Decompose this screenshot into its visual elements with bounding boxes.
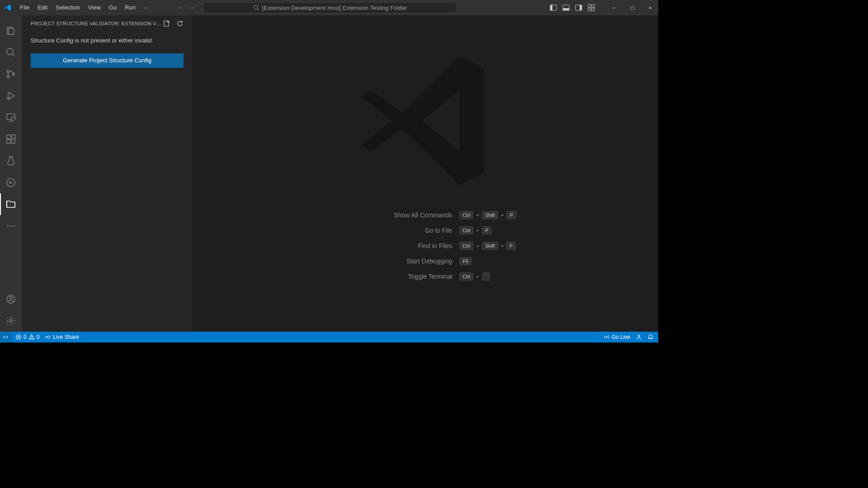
status-live-share[interactable]: Live Share (45, 334, 79, 340)
warning-count: 0 (37, 334, 40, 340)
customize-layout-icon[interactable] (588, 4, 595, 11)
keyboard-key: Shift (482, 211, 498, 219)
search-text: [Extension Development Host] Extension T… (262, 5, 407, 11)
shortcut-keys: Ctrl+Shift+P (459, 211, 516, 219)
plus-separator: + (501, 212, 504, 218)
keyboard-key: P (482, 226, 491, 235)
main-area: PROJECT STRUCTURE VALIDATOR: EXTENSION V… (0, 15, 658, 332)
titlebar-right: ─ ▢ ✕ (550, 4, 654, 11)
svg-point-39 (31, 338, 32, 338)
menu-view[interactable]: View (85, 0, 104, 15)
shortcut-keys: F5 (459, 257, 472, 265)
layout-controls (550, 4, 595, 11)
shortcut-row: Toggle TerminalCtrl+` (335, 272, 516, 281)
maximize-icon[interactable]: ▢ (628, 5, 636, 10)
menu-go[interactable]: Go (105, 0, 120, 15)
status-go-live[interactable]: Go Live (604, 334, 630, 340)
person-icon (636, 334, 642, 340)
svg-line-1 (257, 9, 259, 10)
status-left: 0 0 Live Share (15, 334, 79, 340)
live-share-label: Live Share (53, 334, 79, 340)
shortcut-label: Toggle Terminal (335, 273, 452, 280)
menu-file[interactable]: File (16, 0, 33, 15)
svg-rect-24 (12, 135, 15, 138)
shortcut-label: Find in Files (335, 242, 452, 249)
keyboard-key: Ctrl (459, 242, 473, 250)
new-file-icon[interactable] (163, 20, 170, 27)
generate-config-button[interactable]: Generate Project Structure Config (31, 53, 184, 68)
activity-more-icon[interactable] (0, 215, 22, 237)
activity-search-icon[interactable] (0, 42, 22, 63)
activity-bar (0, 15, 22, 332)
plus-separator: + (476, 228, 479, 233)
activity-project-validator-icon[interactable] (0, 193, 22, 215)
status-feedback[interactable] (636, 334, 642, 340)
shortcut-row: Show All CommandsCtrl+Shift+P (335, 211, 516, 219)
plus-separator: + (501, 243, 504, 249)
status-right: Go Live (604, 334, 654, 340)
svg-line-13 (12, 54, 15, 56)
shortcut-keys: Ctrl+` (459, 272, 490, 281)
activity-remote-explorer-icon[interactable] (0, 107, 22, 128)
remote-indicator[interactable] (0, 332, 13, 343)
svg-point-12 (7, 48, 13, 55)
refresh-icon[interactable] (176, 20, 184, 27)
menu-edit[interactable]: Edit (34, 0, 51, 15)
svg-point-32 (9, 319, 12, 322)
keyboard-key: Ctrl (459, 272, 473, 281)
minimize-icon[interactable]: ─ (610, 5, 618, 10)
nav-back-icon[interactable]: ← (177, 4, 184, 12)
sidebar-actions (163, 20, 184, 27)
svg-point-26 (7, 178, 15, 187)
svg-point-41 (606, 336, 608, 338)
menu-selection[interactable]: Selection (52, 0, 83, 15)
titlebar: File Edit Selection View Go Run ··· ← → … (0, 0, 658, 15)
activity-settings-icon[interactable] (0, 310, 22, 332)
svg-rect-22 (7, 140, 10, 143)
toggle-panel-icon[interactable] (562, 4, 570, 11)
svg-point-17 (8, 97, 9, 99)
close-icon[interactable]: ✕ (646, 5, 654, 10)
shortcut-label: Show All Commands (335, 211, 452, 219)
shortcuts-list: Show All CommandsCtrl+Shift+PGo to FileC… (335, 211, 516, 281)
command-center-search[interactable]: [Extension Development Host] Extension T… (203, 2, 457, 13)
status-notifications[interactable] (647, 334, 654, 340)
shortcut-row: Start DebuggingF5 (335, 257, 516, 265)
keyboard-key: Shift (482, 242, 498, 250)
svg-rect-11 (592, 8, 594, 11)
plus-separator: + (476, 212, 479, 218)
svg-point-15 (7, 76, 9, 78)
svg-point-0 (254, 5, 258, 9)
activity-explorer-icon[interactable] (0, 20, 22, 42)
status-problems[interactable]: 0 0 (15, 334, 39, 340)
svg-point-28 (10, 225, 12, 227)
keyboard-key: F (506, 242, 516, 250)
svg-rect-9 (592, 5, 594, 7)
sidebar-header: PROJECT STRUCTURE VALIDATOR: EXTENSION V… (22, 15, 193, 32)
activity-testing-icon[interactable] (0, 150, 22, 172)
status-bar: 0 0 Live Share Go Live (0, 332, 658, 343)
activity-extensions-icon[interactable] (0, 128, 22, 150)
sidebar-body: Structure Config is not present or eithe… (22, 32, 193, 72)
bell-icon (647, 334, 654, 340)
app-window: File Edit Selection View Go Run ··· ← → … (0, 0, 658, 343)
svg-point-14 (7, 70, 9, 73)
activity-source-control-icon[interactable] (0, 63, 22, 85)
svg-rect-8 (588, 5, 591, 7)
menu-overflow[interactable]: ··· (140, 0, 152, 15)
activity-accounts-icon[interactable] (0, 288, 22, 310)
menu-run[interactable]: Run (121, 0, 139, 15)
svg-rect-5 (563, 8, 569, 10)
toggle-primary-sidebar-icon[interactable] (550, 4, 557, 11)
svg-point-31 (9, 296, 12, 299)
svg-rect-23 (11, 140, 15, 143)
menu-bar: File Edit Selection View Go Run ··· (16, 0, 152, 15)
toggle-secondary-sidebar-icon[interactable] (575, 4, 582, 11)
activity-docker-icon[interactable] (0, 172, 22, 193)
editor-area: Show All CommandsCtrl+Shift+PGo to FileC… (193, 15, 658, 332)
shortcut-label: Start Debugging (335, 258, 452, 265)
nav-forward-icon[interactable]: → (188, 4, 195, 12)
svg-point-29 (14, 225, 15, 227)
activity-run-debug-icon[interactable] (0, 85, 22, 107)
svg-point-40 (46, 336, 48, 338)
